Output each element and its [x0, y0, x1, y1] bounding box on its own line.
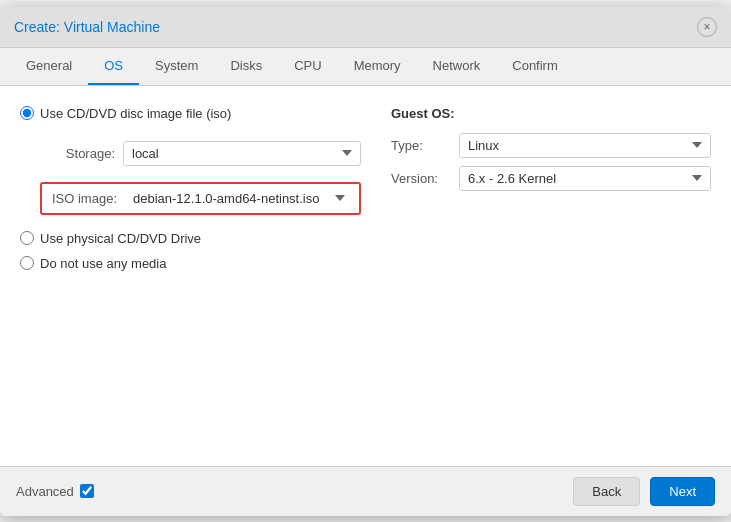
left-section: Use CD/DVD disc image file (iso) Storage…	[20, 106, 361, 271]
storage-select[interactable]: local	[123, 141, 361, 166]
advanced-label: Advanced	[16, 484, 74, 499]
tab-disks[interactable]: Disks	[214, 48, 278, 85]
nomedia-radio[interactable]	[20, 256, 34, 270]
iso-select[interactable]: debian-12.1.0-amd64-netinst.iso	[125, 187, 353, 210]
advanced-checkbox[interactable]	[80, 484, 94, 498]
iso-label: ISO image:	[42, 191, 117, 206]
tab-os[interactable]: OS	[88, 48, 139, 85]
title-bar: Create: Virtual Machine ×	[0, 7, 731, 48]
cdrom-radio-row: Use CD/DVD disc image file (iso)	[20, 106, 361, 121]
tab-network[interactable]: Network	[417, 48, 497, 85]
version-group: Version: 6.x - 2.6 Kernel	[391, 166, 711, 191]
content-area: Use CD/DVD disc image file (iso) Storage…	[0, 86, 731, 466]
dialog-title: Create: Virtual Machine	[14, 19, 160, 35]
guest-os-title: Guest OS:	[391, 106, 711, 121]
tab-bar: General OS System Disks CPU Memory Netwo…	[0, 48, 731, 86]
tab-general[interactable]: General	[10, 48, 88, 85]
cdrom-label: Use CD/DVD disc image file (iso)	[40, 106, 231, 121]
storage-label: Storage:	[40, 146, 115, 161]
physical-radio[interactable]	[20, 231, 34, 245]
physical-label: Use physical CD/DVD Drive	[40, 231, 201, 246]
tab-confirm[interactable]: Confirm	[496, 48, 574, 85]
footer: Advanced Back Next	[0, 466, 731, 516]
create-vm-dialog: Create: Virtual Machine × General OS Sys…	[0, 7, 731, 516]
back-button[interactable]: Back	[573, 477, 640, 506]
type-select[interactable]: Linux	[459, 133, 711, 158]
main-section: Use CD/DVD disc image file (iso) Storage…	[20, 106, 711, 271]
tab-memory[interactable]: Memory	[338, 48, 417, 85]
nomedia-radio-row: Do not use any media	[20, 256, 361, 271]
next-button[interactable]: Next	[650, 477, 715, 506]
tab-cpu[interactable]: CPU	[278, 48, 337, 85]
version-select[interactable]: 6.x - 2.6 Kernel	[459, 166, 711, 191]
advanced-group: Advanced	[16, 484, 94, 499]
nomedia-label: Do not use any media	[40, 256, 166, 271]
cdrom-radio[interactable]	[20, 106, 34, 120]
right-section: Guest OS: Type: Linux Version: 6.x - 2.6…	[391, 106, 711, 271]
physical-radio-row: Use physical CD/DVD Drive	[20, 231, 361, 246]
type-label: Type:	[391, 138, 451, 153]
type-group: Type: Linux	[391, 133, 711, 158]
tab-system[interactable]: System	[139, 48, 214, 85]
iso-image-group: ISO image: debian-12.1.0-amd64-netinst.i…	[40, 182, 361, 215]
close-button[interactable]: ×	[697, 17, 717, 37]
version-label: Version:	[391, 171, 451, 186]
media-options: Use CD/DVD disc image file (iso) Storage…	[20, 106, 361, 271]
storage-group: Storage: local	[40, 141, 361, 166]
